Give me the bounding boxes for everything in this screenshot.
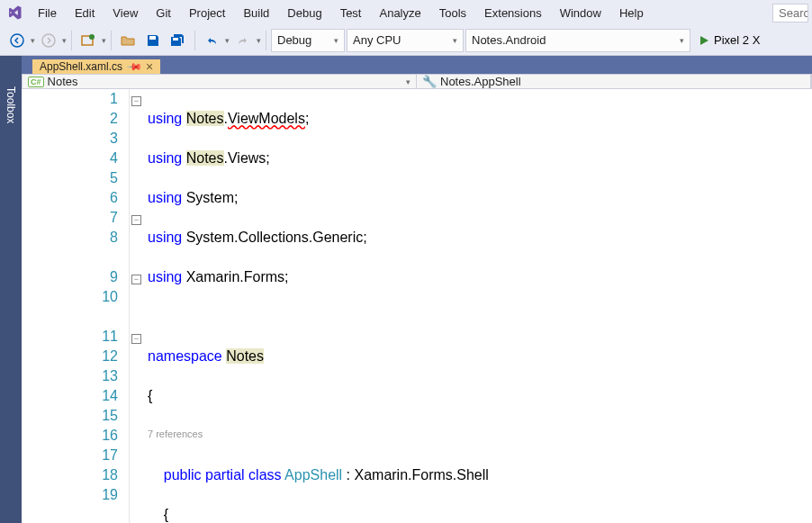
svg-rect-5 [173,38,178,41]
menu-view[interactable]: View [104,3,147,23]
line-gutter: 12345678910111213141516171819 [22,89,130,523]
new-dropdown-icon[interactable]: ▾ [102,36,106,45]
fold-toggle[interactable]: − [131,334,141,344]
tab-appshell[interactable]: AppShell.xaml.cs 📌 × [32,59,160,74]
menu-build[interactable]: Build [234,3,278,23]
forward-button[interactable] [37,29,60,52]
open-button[interactable] [116,29,140,52]
undo-dropdown-icon[interactable]: ▾ [225,36,230,45]
save-all-button[interactable] [167,29,190,52]
save-button[interactable] [141,29,165,52]
undo-button[interactable] [200,29,223,52]
class-icon: 🔧 [422,75,437,88]
start-button[interactable]: Pixel 2 X [692,29,765,52]
config-dropdown[interactable]: Debug▾ [271,29,345,52]
fold-toggle[interactable]: − [131,215,141,225]
menu-tools[interactable]: Tools [430,3,475,23]
toolbar: ▾ ▾ ▾ ▾ ▾ Debug▾ Any CPU▾ Notes.Android▾… [0,25,812,56]
svg-rect-4 [149,36,156,40]
new-project-button[interactable] [77,29,100,52]
menu-analyze[interactable]: Analyze [370,3,429,23]
nav-project-label: Notes [48,75,78,88]
menu-file[interactable]: File [29,3,66,23]
search-input[interactable]: Search [772,4,808,23]
code-editor[interactable]: 12345678910111213141516171819 − − − − us… [22,89,812,523]
redo-button[interactable] [231,29,255,52]
fold-toggle[interactable]: − [131,96,141,106]
code-content[interactable]: using Notes.ViewModels; using Notes.View… [148,89,812,523]
platform-dropdown[interactable]: Any CPU▾ [347,29,464,52]
target-value: Notes.Android [472,33,546,47]
toolbox-sidebar[interactable]: Toolbox [0,56,22,523]
redo-dropdown-icon[interactable]: ▾ [257,36,261,45]
config-value: Debug [277,33,311,47]
csharp-badge-icon: C# [28,77,44,87]
fold-toggle[interactable]: − [131,275,141,284]
nav-project-dropdown[interactable]: C# Notes ▾ [23,75,417,88]
nav-type-label: Notes.AppShell [440,75,521,88]
svg-point-3 [89,34,95,40]
menu-window[interactable]: Window [551,3,610,23]
close-icon[interactable]: × [146,59,153,74]
nav-bar: C# Notes ▾ 🔧 Notes.AppShell [22,74,812,89]
menu-git[interactable]: Git [147,3,180,23]
back-button[interactable] [5,29,29,52]
pin-icon[interactable]: 📌 [126,58,143,75]
menu-project[interactable]: Project [180,3,234,23]
menu-extensions[interactable]: Extensions [475,3,551,23]
play-icon [698,34,710,47]
main-area: Toolbox AppShell.xaml.cs 📌 × C# Notes ▾ … [0,56,812,523]
menu-bar: File Edit View Git Project Build Debug T… [0,0,812,25]
fold-column: − − − − [130,89,148,523]
menu-test[interactable]: Test [331,3,371,23]
target-dropdown[interactable]: Notes.Android▾ [465,29,690,52]
back-dropdown-icon[interactable]: ▾ [31,36,35,45]
nav-type-dropdown[interactable]: 🔧 Notes.AppShell [417,75,811,88]
tab-bar: AppShell.xaml.cs 📌 × [22,59,812,74]
vs-logo-icon [4,2,25,23]
svg-point-0 [11,34,23,47]
codelens-class[interactable]: 7 references [148,424,203,444]
device-label: Pixel 2 X [714,33,760,47]
menu-debug[interactable]: Debug [278,3,330,23]
toolbox-label: Toolbox [1,83,21,127]
editor-zone: AppShell.xaml.cs 📌 × C# Notes ▾ 🔧 Notes.… [22,56,812,523]
svg-point-1 [42,34,55,47]
forward-dropdown-icon[interactable]: ▾ [62,36,67,45]
menu-help[interactable]: Help [610,3,653,23]
platform-value: Any CPU [353,33,401,47]
tab-title: AppShell.xaml.cs [40,60,122,73]
menu-edit[interactable]: Edit [66,3,104,23]
